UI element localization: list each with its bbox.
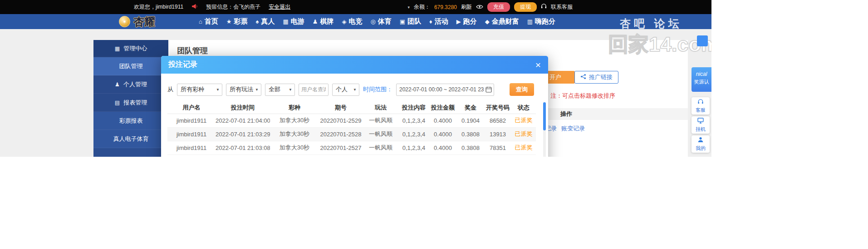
activity-icon: ♦ — [429, 18, 432, 25]
live-casino-icon: ♠ — [256, 18, 259, 25]
nav-item-home[interactable]: ⌂首页 — [199, 17, 218, 26]
nav-items: ⌂首页 ★彩票 ♠真人 ▦电游 ♟棋牌 ◈电竞 ◎体育 ▣团队 ♦活动 ▶跑分 … — [199, 17, 555, 26]
cell-draw-number: 13913 — [484, 127, 511, 141]
calendar-icon[interactable] — [485, 86, 492, 95]
nav-item-sports[interactable]: ◎体育 — [370, 17, 391, 26]
close-icon[interactable]: × — [535, 60, 541, 70]
modal-scrollbar[interactable] — [543, 102, 546, 157]
query-button[interactable]: 查询 — [510, 83, 534, 96]
main-navbar: ✶ 杏耀 ⌂首页 ★彩票 ♠真人 ▦电游 ♟棋牌 ◈电竞 ◎体育 ▣团队 ♦活动… — [0, 14, 711, 29]
sidebar-item-lottery-report[interactable]: 彩票报表 — [93, 112, 168, 130]
paofen-icon: ▶ — [456, 18, 461, 25]
promo-link-button[interactable]: 推广链接 — [574, 71, 618, 84]
nav-item-live[interactable]: ♠真人 — [256, 17, 275, 26]
site-logo[interactable]: ✶ 杏耀 — [119, 15, 155, 29]
date-range-wrap — [396, 84, 494, 96]
play-type-select[interactable]: 所有玩法 ▼ — [226, 84, 261, 96]
sidebar-item-report-management[interactable]: ▤报表管理 — [93, 94, 168, 112]
col-header-lottery: 彩种 — [270, 102, 319, 114]
nav-item-esports[interactable]: ◈电竞 — [342, 17, 362, 26]
contact-service-link[interactable]: 联系客服 — [551, 3, 573, 11]
operation-header: 操作 — [560, 110, 572, 118]
topbar: 欢迎您，jimbird1911 预留信息：会飞的燕子 安全退出 ▾ 余额： 67… — [0, 0, 711, 14]
logout-link[interactable]: 安全退出 — [269, 3, 290, 11]
cell-bet-amount: 0.4000 — [429, 141, 457, 154]
headset-icon — [697, 98, 704, 106]
home-icon: ⌂ — [199, 18, 202, 25]
egames-icon: ▦ — [283, 18, 288, 25]
float-hangup[interactable]: 挂机 — [691, 116, 710, 134]
chevron-down-icon: ▼ — [255, 88, 259, 92]
username-search-input[interactable] — [299, 84, 329, 96]
col-header-bet-amount: 投注金额 — [429, 102, 457, 114]
float-top-button[interactable] — [697, 35, 708, 46]
page-title: 团队管理 — [177, 45, 208, 56]
balance-value: 679.3280 — [434, 4, 457, 10]
topbar-right: ▾ 余额： 679.3280 刷新 充值 提现 联系客服 — [407, 2, 573, 12]
sidebar-item-live-egame-sports[interactable]: 真人电子体育 — [93, 130, 168, 148]
nav-item-team[interactable]: ▣团队 — [400, 17, 421, 26]
logo-emblem-icon: ✶ — [119, 16, 130, 27]
cell-username: jimbird1911 — [167, 127, 216, 141]
topbar-left: 欢迎您，jimbird1911 预留信息：会飞的燕子 安全退出 — [134, 3, 290, 11]
col-header-issue: 期号 — [319, 102, 363, 114]
nav-item-paofen[interactable]: ▶跑分 — [456, 17, 477, 26]
refresh-link[interactable]: 刷新 — [461, 3, 472, 11]
sidebar-item-personal-management[interactable]: ♟个人管理 — [93, 75, 168, 94]
sidebar-item-management-center[interactable]: ▦管理中心 — [93, 40, 168, 57]
nav-item-chess[interactable]: ♟棋牌 — [313, 17, 334, 26]
chevron-down-icon: ▼ — [216, 88, 220, 92]
nav-item-activity[interactable]: ♦活动 — [429, 17, 448, 26]
table-row: jimbird1911 2022-07-01 21:04:00 加拿大30秒 2… — [167, 114, 536, 127]
cell-username: jimbird1911 — [167, 141, 216, 154]
nav-item-jinding-wealth[interactable]: ◆金鼎财富 — [485, 17, 519, 26]
cell-play: 一帆风顺 — [363, 141, 399, 154]
col-header-bet-time: 投注时间 — [216, 102, 270, 114]
cell-issue: 20220701-2527 — [319, 141, 363, 154]
status-badge: 已派奖 — [511, 127, 536, 141]
account-change-link[interactable]: 账变记录 — [561, 124, 585, 133]
cell-bet-amount: 0.4000 — [429, 114, 457, 127]
chevron-down-icon[interactable]: ▾ — [407, 5, 410, 10]
filter-bar: 从 所有彩种 ▼ 所有玩法 ▼ 全部 ▼ 个人 ▼ 时间范围： — [167, 83, 542, 96]
cell-bet-content: 0,1,2,3,4 — [399, 141, 429, 154]
cell-bet-time: 2022-07-01 21:04:00 — [216, 114, 270, 127]
float-mine[interactable]: 我的 — [691, 135, 710, 153]
modal-header[interactable]: 投注记录 × — [161, 56, 548, 74]
chevron-down-icon: ▼ — [289, 88, 292, 92]
megaphone-icon — [191, 4, 198, 10]
cell-prize: 0.3808 — [457, 141, 484, 154]
float-customer-service[interactable]: 客服 — [691, 97, 710, 115]
nav-item-hi-paofen[interactable]: ▥嗨跑分 — [527, 17, 555, 26]
status-badge: 已派奖 — [511, 141, 536, 154]
screen: 欢迎您，jimbird1911 预留信息：会飞的燕子 安全退出 ▾ 余额： 67… — [0, 0, 868, 249]
cell-prize: 0.1904 — [457, 114, 484, 127]
cell-bet-time: 2022-07-01 21:03:29 — [216, 127, 270, 141]
eye-icon[interactable] — [476, 4, 483, 10]
scope-select[interactable]: 全部 ▼ — [265, 84, 295, 96]
cell-bet-content: 0,1,2,3,4 — [399, 114, 429, 127]
team-icon: ▣ — [400, 18, 405, 25]
esports-icon: ◈ — [342, 18, 346, 25]
certification-badge[interactable]: nical 奖源认 — [691, 67, 711, 92]
lottery-type-select[interactable]: 所有彩种 ▼ — [177, 84, 222, 96]
share-icon — [580, 74, 586, 81]
logo-text: 杏耀 — [133, 15, 155, 29]
modal-scrollbar-thumb[interactable] — [543, 102, 546, 130]
nav-item-egames[interactable]: ▦电游 — [283, 17, 304, 26]
cell-bet-amount: 0.4000 — [429, 127, 457, 141]
browser-viewport: 欢迎您，jimbird1911 预留信息：会飞的燕子 安全退出 ▾ 余额： 67… — [0, 0, 711, 157]
date-range-input[interactable] — [396, 84, 494, 96]
person-select[interactable]: 个人 ▼ — [332, 84, 359, 96]
recharge-button[interactable]: 充值 — [487, 2, 510, 12]
withdraw-button[interactable]: 提现 — [514, 2, 537, 12]
sports-icon: ◎ — [370, 18, 375, 25]
nav-item-lottery[interactable]: ★彩票 — [226, 17, 248, 26]
bet-records-table: 用户名 投注时间 彩种 期号 玩法 投注内容 投注金额 奖金 开奖号码 状态 j — [167, 102, 536, 155]
status-badge: 已派奖 — [511, 114, 536, 127]
person-icon — [697, 136, 704, 144]
panel-links: 记录 账变记录 — [545, 124, 585, 133]
betting-records-modal: 投注记录 × 从 所有彩种 ▼ 所有玩法 ▼ 全部 ▼ — [161, 56, 548, 157]
col-header-play: 玩法 — [363, 102, 399, 114]
sidebar-item-team-management[interactable]: 团队管理 — [93, 57, 168, 75]
